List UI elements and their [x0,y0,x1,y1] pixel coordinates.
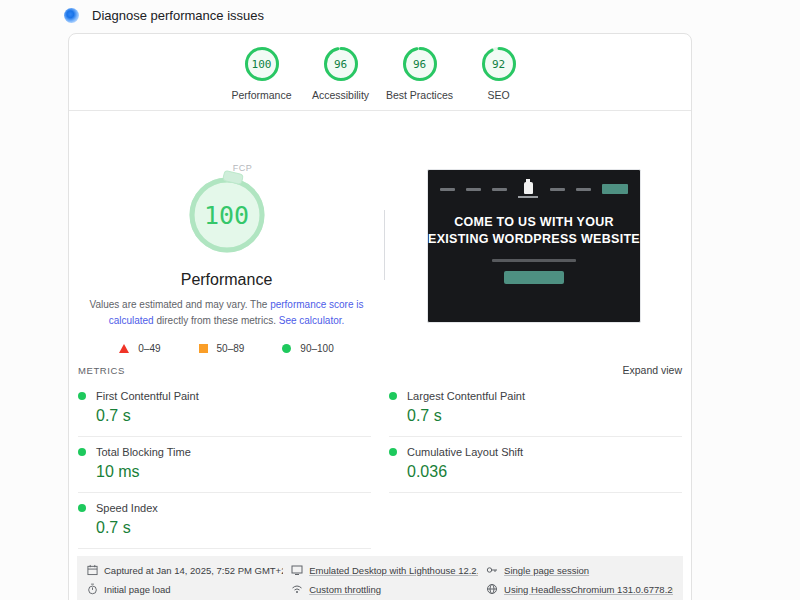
metric-value: 0.036 [407,463,682,481]
performance-title: Performance [181,271,273,289]
accessibility-score-gauge: 96 [323,46,359,82]
category-best-practices[interactable]: 96 Best Practices [380,46,459,101]
diagnose-performance-label: Diagnose performance issues [92,8,264,23]
key-icon [486,564,498,576]
thumbnail-cta-button [504,271,564,284]
category-best-practices-label: Best Practices [386,89,453,101]
ai-insights-icon [64,8,79,23]
final-screenshot-column: COME TO US WITH YOUR EXISTING WORDPRESS … [384,111,691,355]
legend-fail: 0–49 [119,343,160,354]
metric-total-blocking-time[interactable]: Total Blocking Time 10 ms [78,437,371,493]
env-column-1: Captured at Jan 14, 2025, 7:52 PM GMT+2 … [87,564,283,595]
bottle-logo-icon [524,182,533,194]
initial-page-load: Initial page load [87,583,283,595]
metrics-grid: First Contentful Paint 0.7 s Largest Con… [69,381,691,549]
seo-score-gauge: 92 [481,46,517,82]
logo-caption [518,196,538,198]
category-seo-label: SEO [487,89,509,101]
throttling-link[interactable]: Custom throttling [291,583,478,595]
chromium-version-link[interactable]: Using HeadlessChromium 131.0.6778.204 wi… [486,583,673,595]
metric-cumulative-layout-shift[interactable]: Cumulative Layout Shift 0.036 [389,437,682,493]
thumbnail-nav-button [602,184,628,194]
session-link[interactable]: Single page session [486,564,673,576]
env-column-3: Single page session Using HeadlessChromi… [486,564,673,595]
metric-value: 0.7 s [96,407,371,425]
performance-big-gauge[interactable]: 100 [188,176,266,254]
diagnose-performance-header[interactable]: Diagnose performance issues [64,8,264,23]
emulated-device-link[interactable]: Emulated Desktop with Lighthouse 12.2.3 [291,564,478,576]
globe-icon [486,583,498,595]
thumbnail-nav-link [492,188,507,191]
performance-score-value: 100 [188,176,266,254]
category-performance[interactable]: 100 Performance [222,46,301,101]
performance-gauge-column: FCP 100 Performance Values are estimated… [69,111,384,355]
legend-average: 50–89 [199,343,245,354]
category-accessibility[interactable]: 96 Accessibility [301,46,380,101]
average-square-icon [199,344,208,353]
metrics-heading: METRICS [78,365,125,376]
category-scores-row: 100 Performance 96 Accessibility 96 [69,34,691,111]
network-throttle-icon [291,583,303,595]
pass-circle-icon [282,344,291,353]
pass-dot-icon [78,504,86,512]
monitor-icon [291,564,303,576]
thumbnail-nav-link [576,188,591,191]
thumbnail-nav [428,170,640,198]
score-legend: 0–49 50–89 90–100 [119,343,333,354]
thumbnail-nav-link [550,188,565,191]
fail-triangle-icon [119,344,129,353]
pass-dot-icon [78,448,86,456]
metric-speed-index[interactable]: Speed Index 0.7 s [78,493,371,549]
category-seo[interactable]: 92 SEO [459,46,538,101]
env-column-2: Emulated Desktop with Lighthouse 12.2.3 … [291,564,478,595]
final-screenshot-thumbnail[interactable]: COME TO US WITH YOUR EXISTING WORDPRESS … [427,169,641,323]
runtime-settings-bar: Captured at Jan 14, 2025, 7:52 PM GMT+2 … [77,556,683,600]
pass-dot-icon [389,392,397,400]
score-description: Values are estimated and may vary. The p… [74,297,380,328]
stopwatch-icon [87,583,98,595]
lighthouse-report-card: 100 Performance 96 Accessibility 96 [68,33,692,600]
pass-dot-icon [389,448,397,456]
metric-largest-contentful-paint[interactable]: Largest Contentful Paint 0.7 s [389,381,682,437]
thumbnail-heading: COME TO US WITH YOUR EXISTING WORDPRESS … [428,214,640,248]
see-calculator-link[interactable]: See calculator. [279,315,345,326]
expand-view-button[interactable]: Expand view [622,364,682,376]
captured-at: Captured at Jan 14, 2025, 7:52 PM GMT+2 [87,564,283,576]
metric-value: 0.7 s [96,519,371,537]
metric-value: 10 ms [96,463,371,481]
category-performance-label: Performance [231,89,291,101]
calendar-icon [87,564,98,576]
performance-summary-section: FCP 100 Performance Values are estimated… [69,111,691,355]
thumbnail-subtext [492,259,576,262]
legend-pass: 90–100 [282,343,333,354]
metric-first-contentful-paint[interactable]: First Contentful Paint 0.7 s [78,381,371,437]
metric-value: 0.7 s [407,407,682,425]
thumbnail-nav-link [440,188,455,191]
category-accessibility-label: Accessibility [312,89,369,101]
performance-score-gauge: 100 [244,46,280,82]
thumbnail-nav-link [466,188,481,191]
pass-dot-icon [78,392,86,400]
metrics-header: METRICS Expand view [69,355,691,381]
thumbnail-site-logo [518,182,538,198]
column-divider [384,210,385,280]
best-practices-score-gauge: 96 [402,46,438,82]
